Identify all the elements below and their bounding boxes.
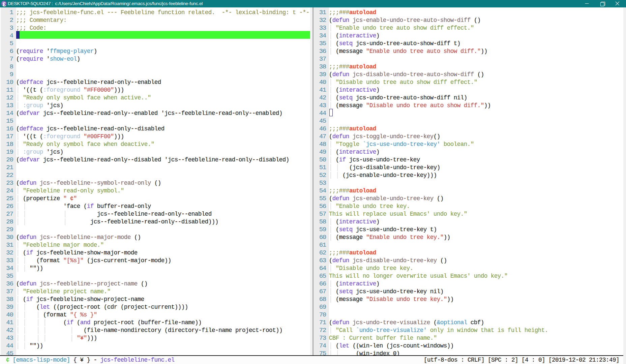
svg-text:ε: ε	[2, 0, 6, 7]
